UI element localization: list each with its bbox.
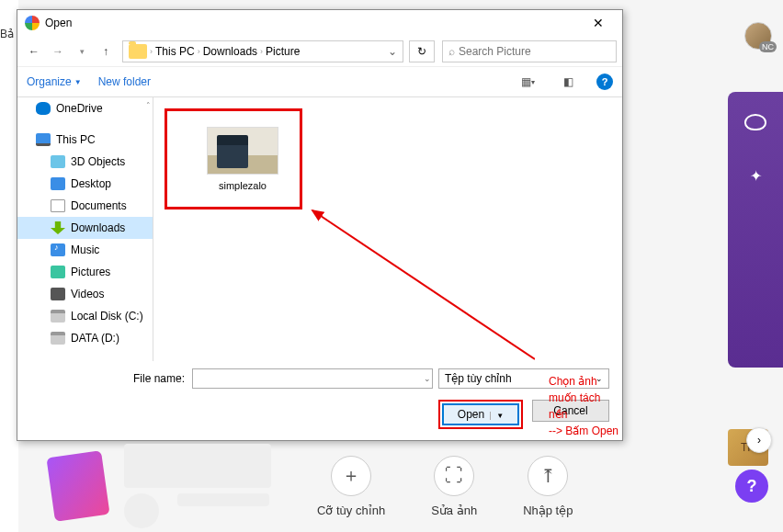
search-icon: ⌕ bbox=[448, 45, 455, 58]
scroll-up-icon[interactable]: ˄ bbox=[146, 101, 151, 110]
pc-icon bbox=[36, 133, 51, 146]
up-button[interactable]: ↑ bbox=[95, 40, 117, 62]
view-icons-button[interactable]: ▦▾ bbox=[516, 72, 539, 92]
template-thumbnail[interactable] bbox=[46, 450, 109, 522]
tree-item-pictures[interactable]: Pictures bbox=[17, 261, 153, 283]
folder-tree[interactable]: ˄ OneDriveThis PC3D ObjectsDesktopDocume… bbox=[17, 97, 153, 361]
placeholder-line bbox=[177, 493, 269, 506]
back-button[interactable]: ← bbox=[23, 40, 45, 62]
side-purple-panel: ✦ bbox=[728, 92, 783, 368]
annotation-text: Chọn ảnh muốn tách nền --> Bấm Open bbox=[549, 373, 622, 439]
dialog-title: Open bbox=[45, 17, 582, 29]
folder-icon bbox=[129, 44, 147, 59]
background-bottom-bar: ＋Cỡ tùy chỉnh⛶Sửa ảnh⤒Nhập tệp bbox=[0, 440, 783, 532]
3d-icon bbox=[51, 155, 65, 168]
crumb-picture[interactable]: Picture bbox=[266, 45, 300, 58]
organize-label: Organize bbox=[27, 75, 72, 88]
avatar-initials: NC bbox=[759, 41, 777, 52]
bg-left-text: Bả bbox=[0, 28, 14, 40]
filename-label: File name: bbox=[30, 372, 185, 385]
desktop-icon bbox=[51, 177, 65, 190]
button-row: Open▼ Cancel bbox=[30, 400, 609, 429]
file-list-area[interactable]: simplezalo Chọn ảnh muốn tách nền --> Bấ… bbox=[153, 97, 622, 361]
tree-item-downloads[interactable]: Downloads bbox=[17, 217, 153, 239]
docs-icon bbox=[51, 199, 65, 212]
refresh-button[interactable]: ↻ bbox=[409, 40, 435, 62]
placeholder-rect bbox=[124, 444, 271, 488]
filter-label: Tệp tùy chỉnh bbox=[445, 372, 512, 385]
tree-item-onedrive[interactable]: OneDrive bbox=[17, 97, 153, 119]
tree-item-label: 3D Objects bbox=[71, 155, 125, 168]
chevron-right-icon: › bbox=[150, 47, 153, 56]
open-button[interactable]: Open▼ bbox=[442, 403, 519, 425]
tree-item-label: Pictures bbox=[71, 266, 110, 278]
tree-item-documents[interactable]: Documents bbox=[17, 195, 153, 217]
search-input[interactable] bbox=[459, 45, 610, 58]
chevron-down-icon: ▼ bbox=[74, 78, 82, 86]
crumb-this-pc[interactable]: This PC bbox=[155, 45, 195, 58]
close-button[interactable]: ✕ bbox=[582, 16, 615, 30]
tree-item-label: Music bbox=[71, 243, 99, 256]
help-fab-button[interactable]: ? bbox=[735, 470, 768, 503]
annotation-arrow bbox=[305, 203, 535, 368]
placeholder-avatar bbox=[124, 493, 159, 528]
disk-icon bbox=[51, 310, 65, 323]
search-box[interactable]: ⌕ bbox=[442, 40, 617, 62]
breadcrumb-bar[interactable]: › This PC › Downloads › Picture ⌄ bbox=[122, 40, 403, 62]
chrome-icon bbox=[25, 16, 40, 30]
tree-item-videos[interactable]: Videos bbox=[17, 283, 153, 305]
command-toolbar: Organize ▼ New folder ▦▾ ◧ ? bbox=[17, 67, 622, 96]
file-thumbnail bbox=[207, 127, 278, 175]
action-nh-p-t-p[interactable]: ⤒Nhập tệp bbox=[523, 456, 573, 517]
annotation-line2: --> Bấm Open bbox=[549, 423, 622, 439]
preview-pane-button[interactable]: ◧ bbox=[556, 72, 580, 92]
action-c-t-y-ch-nh[interactable]: ＋Cỡ tùy chỉnh bbox=[317, 456, 385, 517]
music-icon bbox=[51, 243, 65, 256]
sparkle-icon[interactable]: ✦ bbox=[750, 167, 762, 185]
tree-item-label: Documents bbox=[71, 199, 127, 212]
tree-item-label: Downloads bbox=[71, 221, 125, 234]
action-label: Sửa ảnh bbox=[431, 504, 477, 517]
dialog-titlebar: Open ✕ bbox=[17, 10, 622, 36]
pics-icon bbox=[51, 266, 65, 278]
action-icon: ⛶ bbox=[434, 456, 474, 496]
chevron-right-icon: › bbox=[198, 47, 200, 56]
tree-item-label: DATA (D:) bbox=[71, 332, 119, 345]
forward-button: → bbox=[47, 40, 69, 62]
dialog-footer: File name: ⌄ Tệp tùy chỉnh ⌄ Open▼ Cance… bbox=[17, 361, 622, 440]
tree-item-desktop[interactable]: Desktop bbox=[17, 173, 153, 195]
nav-toolbar: ← → ▾ ↑ › This PC › Downloads › Picture … bbox=[17, 36, 622, 67]
open-file-dialog: Open ✕ ← → ▾ ↑ › This PC › Downloads › P… bbox=[17, 9, 623, 441]
filename-input[interactable] bbox=[192, 368, 433, 389]
breadcrumb-dropdown-icon[interactable]: ⌄ bbox=[388, 45, 397, 58]
dialog-body: ˄ OneDriveThis PC3D ObjectsDesktopDocume… bbox=[17, 96, 622, 361]
disk-icon bbox=[51, 332, 65, 345]
action-icon: ＋ bbox=[331, 456, 371, 496]
help-button[interactable]: ? bbox=[596, 74, 613, 90]
tree-item-3d-objects[interactable]: 3D Objects bbox=[17, 151, 153, 173]
organize-menu[interactable]: Organize ▼ bbox=[27, 75, 82, 88]
recent-dropdown-icon[interactable]: ▾ bbox=[71, 40, 93, 62]
svg-line-0 bbox=[312, 210, 535, 359]
open-split-icon[interactable]: ▼ bbox=[490, 412, 504, 420]
filename-row: File name: ⌄ Tệp tùy chỉnh ⌄ bbox=[30, 368, 609, 389]
tree-item-label: Videos bbox=[71, 288, 104, 300]
vids-icon bbox=[51, 288, 65, 300]
tree-item-local-disk-c-[interactable]: Local Disk (C:) bbox=[17, 305, 153, 327]
action-label: Cỡ tùy chỉnh bbox=[317, 504, 385, 517]
action-s-a-nh[interactable]: ⛶Sửa ảnh bbox=[431, 456, 477, 517]
action-label: Nhập tệp bbox=[523, 504, 573, 517]
new-folder-button[interactable]: New folder bbox=[98, 75, 151, 88]
crumb-downloads[interactable]: Downloads bbox=[203, 45, 257, 58]
tree-item-label: OneDrive bbox=[56, 102, 103, 115]
chevron-right-icon: › bbox=[260, 47, 263, 56]
annotation-line1: Chọn ảnh muốn tách nền bbox=[549, 373, 622, 423]
tree-item-this-pc[interactable]: This PC bbox=[17, 129, 153, 151]
tree-item-label: Local Disk (C:) bbox=[71, 310, 143, 323]
tree-item-data-d-[interactable]: DATA (D:) bbox=[17, 327, 153, 349]
tree-item-music[interactable]: Music bbox=[17, 239, 153, 261]
avatar[interactable]: NC bbox=[744, 22, 772, 50]
filename-dropdown-icon[interactable]: ⌄ bbox=[424, 374, 431, 383]
cloud-upload-icon[interactable] bbox=[744, 114, 766, 130]
scroll-right-button[interactable]: › bbox=[746, 427, 772, 453]
